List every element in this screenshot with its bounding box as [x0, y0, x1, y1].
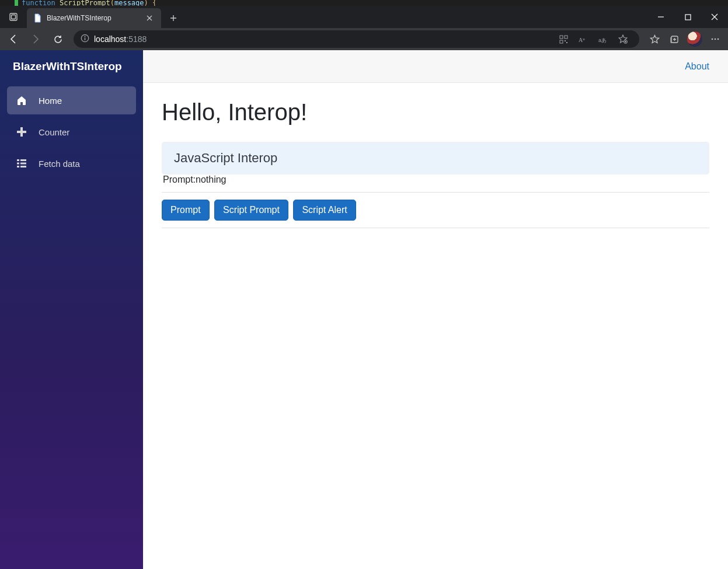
svg-rect-9 — [565, 40, 566, 41]
script-alert-button[interactable]: Script Alert — [293, 200, 356, 221]
divider — [162, 228, 709, 228]
nav-forward-button[interactable] — [26, 30, 46, 48]
profile-avatar[interactable] — [687, 32, 702, 47]
divider — [162, 192, 709, 193]
sidebar-item-home[interactable]: Home — [7, 86, 136, 114]
svg-rect-2 — [685, 15, 691, 20]
about-link[interactable]: About — [685, 61, 709, 72]
svg-rect-22 — [20, 159, 26, 161]
prompt-label: Prompt: — [163, 174, 196, 184]
app-brand: BlazerWithTSInterop — [0, 50, 143, 83]
svg-rect-7 — [565, 36, 567, 39]
interop-card: JavaScript Interop — [162, 142, 709, 174]
address-bar[interactable]: localhost:5188 A» aあ — [74, 30, 639, 48]
topbar: About — [143, 50, 728, 83]
sidebar-item-label: Counter — [39, 127, 69, 137]
svg-text:aあ: aあ — [598, 37, 607, 43]
browser-titlebar: BlazerWithTSInterop — [0, 6, 728, 28]
svg-rect-26 — [20, 166, 26, 167]
page-icon — [33, 13, 42, 23]
list-icon — [15, 158, 28, 169]
page-title: Hello, Interop! — [162, 99, 709, 125]
svg-rect-10 — [566, 42, 567, 43]
sidebar-item-counter[interactable]: Counter — [7, 118, 136, 146]
sidebar: BlazerWithTSInterop Home Counter — [0, 50, 143, 569]
prompt-value: nothing — [196, 174, 227, 184]
sidebar-item-label: Fetch data — [39, 159, 80, 169]
svg-rect-0 — [10, 13, 17, 20]
svg-rect-21 — [17, 159, 19, 161]
prompt-button[interactable]: Prompt — [162, 200, 210, 221]
browser-toolbar: localhost:5188 A» aあ — [0, 28, 728, 50]
new-tab-button[interactable] — [165, 9, 182, 27]
more-menu-icon[interactable] — [706, 30, 724, 48]
card-header: JavaScript Interop — [162, 142, 709, 174]
site-info-icon[interactable] — [81, 34, 89, 44]
sidebar-item-fetch-data[interactable]: Fetch data — [7, 149, 136, 177]
nav-back-button[interactable] — [4, 30, 23, 48]
tab-actions-icon[interactable] — [4, 7, 23, 27]
svg-point-4 — [85, 36, 86, 37]
svg-text:»: » — [583, 37, 585, 41]
svg-rect-5 — [85, 38, 85, 41]
qr-code-icon[interactable] — [554, 30, 573, 48]
button-row: Prompt Script Prompt Script Alert — [162, 200, 709, 221]
main-content-area: About Hello, Interop! JavaScript Interop… — [143, 50, 728, 569]
svg-rect-1 — [12, 15, 16, 19]
svg-point-18 — [717, 39, 719, 40]
svg-rect-25 — [17, 166, 19, 167]
svg-rect-20 — [17, 131, 26, 133]
favorite-icon[interactable] — [614, 30, 632, 48]
sidebar-item-label: Home — [39, 96, 62, 106]
address-url: localhost:5188 — [94, 34, 147, 44]
svg-rect-6 — [560, 36, 563, 39]
svg-rect-24 — [20, 163, 26, 165]
browser-tab[interactable]: BlazerWithTSInterop — [27, 8, 161, 28]
script-prompt-button[interactable]: Script Prompt — [214, 200, 288, 221]
window-maximize-button[interactable] — [674, 6, 701, 28]
collections-icon[interactable] — [665, 30, 684, 48]
svg-rect-8 — [560, 40, 563, 43]
svg-point-17 — [715, 39, 716, 40]
svg-point-16 — [712, 39, 713, 40]
plus-icon — [15, 127, 28, 137]
tab-close-icon[interactable] — [144, 12, 155, 24]
svg-rect-23 — [17, 163, 19, 165]
window-minimize-button[interactable] — [647, 6, 674, 28]
tab-title: BlazerWithTSInterop — [47, 14, 139, 22]
code-editor-peek: function ScriptPrompt(message) { — [0, 0, 728, 6]
translate-icon[interactable]: aあ — [594, 30, 612, 48]
nav-refresh-button[interactable] — [48, 30, 68, 48]
window-close-button[interactable] — [701, 6, 728, 28]
read-aloud-icon[interactable]: A» — [574, 30, 593, 48]
prompt-status: Prompt:nothing — [162, 174, 709, 185]
home-icon — [15, 95, 28, 106]
favorites-menu-icon[interactable] — [645, 30, 664, 48]
